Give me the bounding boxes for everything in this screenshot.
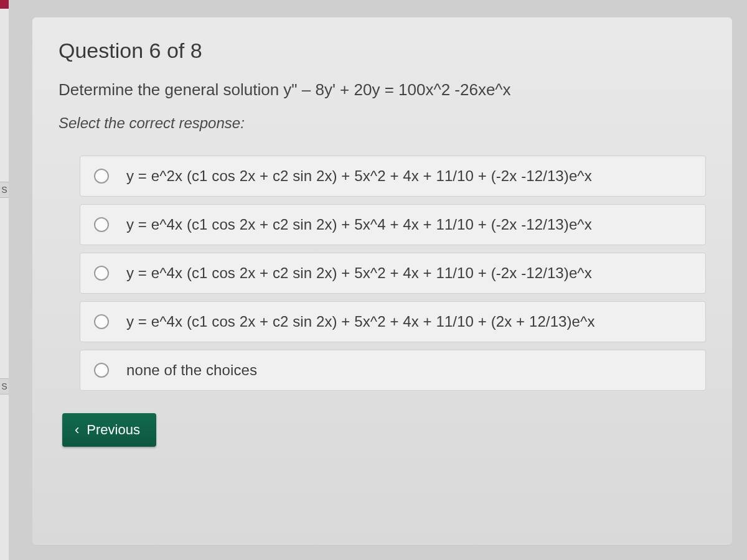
left-tab-2[interactable]: S [0, 378, 9, 394]
choice-3[interactable]: y = e^4x (c1 cos 2x + c2 sin 2x) + 5x^2 … [80, 253, 706, 294]
choice-label: y = e^4x (c1 cos 2x + c2 sin 2x) + 5x^2 … [126, 313, 595, 330]
radio-icon[interactable] [94, 266, 109, 281]
choice-4[interactable]: y = e^4x (c1 cos 2x + c2 sin 2x) + 5x^2 … [80, 301, 706, 342]
question-subprompt: Select the correct response: [59, 114, 706, 132]
choice-1[interactable]: y = e^2x (c1 cos 2x + c2 sin 2x) + 5x^2 … [80, 156, 706, 197]
left-rail: S S [0, 0, 9, 560]
choice-label: y = e^2x (c1 cos 2x + c2 sin 2x) + 5x^2 … [126, 167, 592, 185]
choice-label: y = e^4x (c1 cos 2x + c2 sin 2x) + 5x^2 … [126, 264, 592, 282]
radio-icon[interactable] [94, 363, 109, 378]
question-prompt: Determine the general solution y" – 8y' … [59, 80, 706, 100]
choice-list: y = e^2x (c1 cos 2x + c2 sin 2x) + 5x^2 … [59, 156, 706, 391]
choice-label: none of the choices [126, 362, 257, 379]
choice-2[interactable]: y = e^4x (c1 cos 2x + c2 sin 2x) + 5x^4 … [80, 204, 706, 245]
radio-icon[interactable] [94, 314, 109, 329]
previous-button[interactable]: ‹ Previous [62, 413, 156, 447]
chevron-left-icon: ‹ [75, 423, 79, 437]
nav-row: ‹ Previous [59, 413, 706, 447]
left-tab-1[interactable]: S [0, 182, 9, 198]
choice-5[interactable]: none of the choices [80, 350, 706, 391]
choice-label: y = e^4x (c1 cos 2x + c2 sin 2x) + 5x^4 … [126, 216, 592, 233]
accent-bar [0, 0, 9, 9]
radio-icon[interactable] [94, 217, 109, 232]
radio-icon[interactable] [94, 169, 109, 184]
question-panel: Question 6 of 8 Determine the general so… [32, 17, 732, 545]
previous-button-label: Previous [87, 422, 140, 438]
question-title: Question 6 of 8 [59, 39, 706, 63]
